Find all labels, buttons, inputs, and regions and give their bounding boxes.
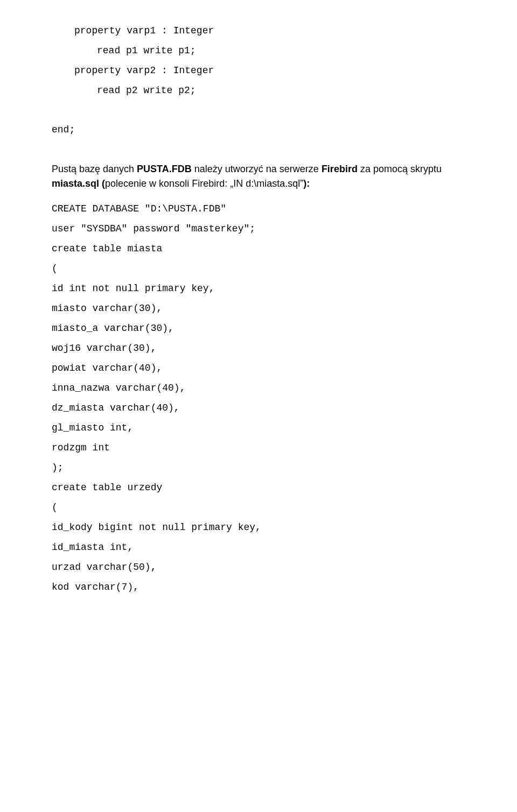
sql-line: id_kody bigint not null primary key, [52, 520, 465, 535]
code-line: read p2 write p2; [52, 83, 465, 98]
sql-line: rodzgm int [52, 441, 465, 455]
sql-line: ); [52, 461, 465, 475]
code-line: read p1 write p1; [52, 44, 465, 58]
text: za pomocą skryptu [358, 164, 442, 174]
sql-line: inna_nazwa varchar(40), [52, 381, 465, 396]
sql-line: create table miasta [52, 242, 465, 256]
sql-line: id_miasta int, [52, 540, 465, 555]
text-bold: PUSTA.FDB [137, 164, 192, 174]
text-bold: miasta.sql [52, 178, 99, 189]
text: polecenie w konsoli Firebird: „IN d:\mia… [105, 178, 303, 189]
sql-line: kod varchar(7), [52, 580, 465, 595]
document-page: property varp1 : Integer read p1 write p… [0, 0, 517, 646]
text: Pustą bazę danych [52, 164, 137, 174]
sql-line: urzad varchar(50), [52, 560, 465, 575]
description-paragraph: Pustą bazę danych PUSTA.FDB należy utwor… [52, 162, 465, 191]
text-bold: Firebird [322, 164, 358, 174]
code-line: property varp2 : Integer [52, 63, 465, 78]
sql-line: gl_miasto int, [52, 421, 465, 435]
sql-line: miasto varchar(30), [52, 301, 465, 316]
sql-line: miasto_a varchar(30), [52, 321, 465, 336]
sql-line: woj16 varchar(30), [52, 341, 465, 356]
sql-line: powiat varchar(40), [52, 361, 465, 376]
sql-line: ( [52, 500, 465, 515]
sql-line: CREATE DATABASE "D:\PUSTA.FDB" [52, 202, 465, 216]
sql-line: user "SYSDBA" password "masterkey"; [52, 222, 465, 236]
code-line: property varp1 : Integer [52, 24, 465, 38]
sql-line: ( [52, 262, 465, 276]
text-bold-paren: ): [303, 178, 310, 189]
sql-line: create table urzedy [52, 481, 465, 495]
text: należy utworzyć na serwerze [192, 164, 322, 174]
code-line: end; [52, 123, 465, 137]
text-bold-paren: ( [99, 178, 105, 189]
sql-line: dz_miasta varchar(40), [52, 401, 465, 415]
sql-line: id int not null primary key, [52, 281, 465, 296]
